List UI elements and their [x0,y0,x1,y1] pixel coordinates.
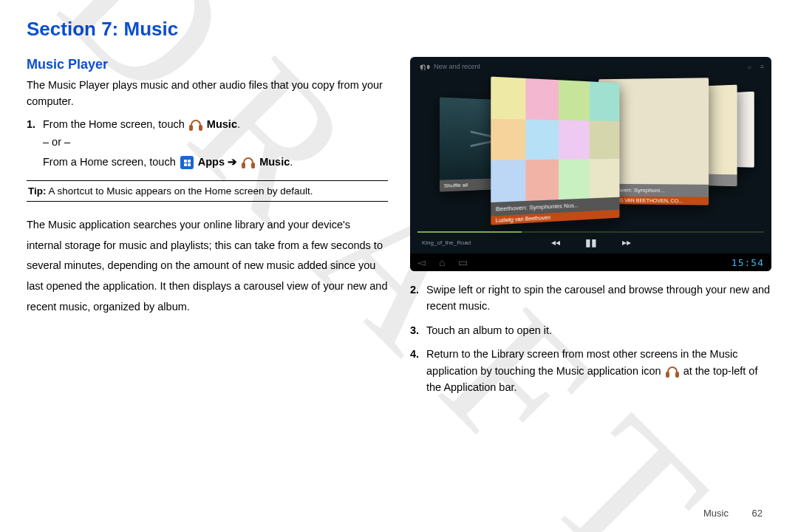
step1b-text: From a Home screen, touch [43,156,179,168]
tip-box: Tip: A shortcut to Music appears on the … [27,180,388,202]
now-playing-title: King_of_the_Road [422,239,471,246]
two-column-layout: Music Player The Music Player plays musi… [27,57,771,403]
section-title: Section 7: Music [27,18,771,41]
music-label-2: Music [259,156,290,168]
step-number: 3. [410,322,419,338]
step-1: 1. From the Home screen, touch Music. – … [43,116,388,170]
step-3: 3. Touch an album to open it. [426,322,771,338]
screenshot-header: New and recent ⌕ ≡ [417,63,764,70]
step-number: 1. [27,116,35,132]
footer-page-number: 62 [752,508,763,519]
music-app-icon [666,366,679,378]
step3-text: Touch an album to open it. [426,324,552,336]
step1-text-a: From the Home screen, touch [43,118,188,130]
tip-text: A shortcut to Music appears on the Home … [47,185,313,197]
recent-apps-icon: ▭ [458,256,468,268]
step2-text: Swipe left or right to spin the carousel… [426,284,770,312]
description-text: The Music application searches your onli… [27,215,388,317]
music-player-heading: Music Player [27,57,388,72]
music-app-icon [189,119,202,131]
next-icon: ▸▸ [622,237,631,248]
search-icon: ⌕ [748,63,751,70]
album-carousel: Shuffle all Beethoven: Symphonies Nos...… [410,86,771,234]
steps-list-left: 1. From the Home screen, touch Music. – … [27,116,388,170]
apps-label: Apps [198,156,225,168]
status-clock: 15:54 [732,257,764,268]
intro-paragraph: The Music Player plays music and other a… [27,77,388,110]
step-2: 2. Swipe left or right to spin the carou… [426,282,771,315]
music-app-icon [242,157,255,168]
arrow-icon: ➔ [228,156,237,168]
apps-grid-icon [180,156,194,169]
description-paragraph: The Music application searches your onli… [27,215,388,317]
left-column: Music Player The Music Player plays musi… [27,57,388,403]
prev-icon: ◂◂ [551,237,560,248]
back-icon: ◅ [417,256,426,268]
page-footer: Music 62 [703,508,763,519]
step1-music-label: Music [207,118,237,130]
music-app-screenshot: New and recent ⌕ ≡ Shuffle all Beethoven… [410,57,771,271]
footer-section: Music [703,508,729,519]
right-column: New and recent ⌕ ≡ Shuffle all Beethoven… [410,57,771,403]
album-card-1: Beethoven: Symphonies Nos... Ludwig van … [491,77,619,225]
menu-icon: ≡ [760,63,764,70]
step-4: 4. Return to the Library screen from mos… [426,346,771,395]
step-number: 2. [410,282,419,298]
system-bar: ◅ ⌂ ▭ 15:54 [410,253,771,271]
playback-bar: King_of_the_Road ◂◂ ▮▮ ▸▸ [417,234,764,250]
step-number: 4. [410,346,419,362]
home-icon: ⌂ [439,256,445,268]
tip-label: Tip: [28,185,47,197]
screenshot-header-title: New and recent [434,63,480,70]
progress-bar [417,231,764,233]
steps-list-right: 2. Swipe left or right to spin the carou… [410,282,771,396]
pause-icon: ▮▮ [585,236,597,248]
music-app-icon [420,64,426,69]
or-divider: – or – [43,134,388,150]
